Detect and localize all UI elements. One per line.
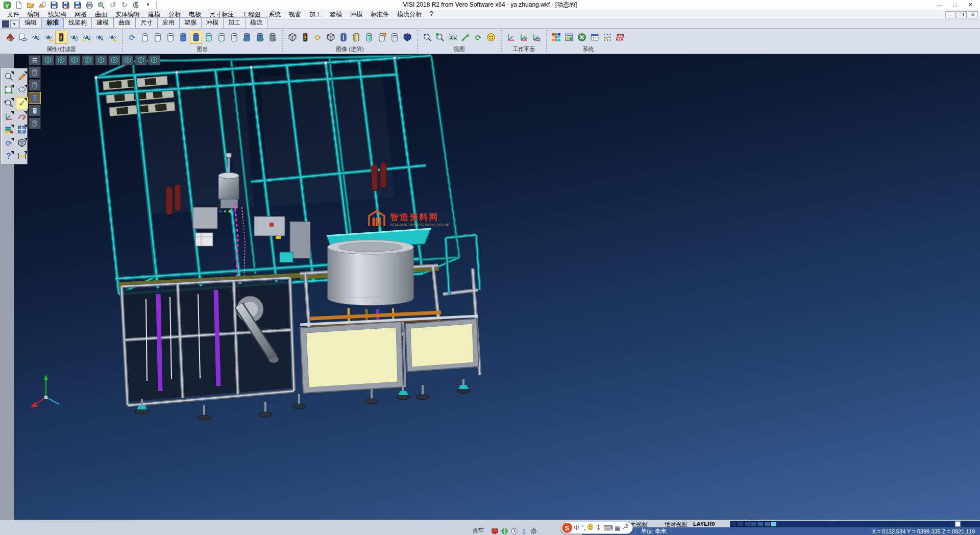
cylinder-wire-icon[interactable] [139,31,151,44]
selection-frame-icon[interactable] [3,84,15,96]
cubes-traffic-icon[interactable] [299,31,311,44]
cylinder-hatch-icon[interactable] [228,31,240,44]
more-dropdown-icon[interactable]: ▼ [143,1,153,10]
confirm-check-icon[interactable]: ✓ [16,97,28,109]
layer-swatch[interactable] [738,521,744,527]
screen-tray-icon[interactable] [491,528,499,534]
window-colors-icon[interactable] [563,31,575,44]
cube-shaded-icon[interactable] [401,31,413,44]
new-doc-icon[interactable] [14,1,24,10]
ime-keyboard-icon[interactable]: ⌨ [603,524,613,532]
print-icon[interactable] [84,1,94,10]
view-cube-top-button[interactable] [55,55,67,65]
lock-label[interactable]: 拴牢 [473,527,484,534]
grid-settings-icon[interactable] [614,31,626,44]
cylinder-solid-dark-icon[interactable] [190,31,202,44]
cylinder-wire2-icon[interactable] [152,31,164,44]
layer-swatch[interactable] [744,521,750,527]
move-axes-icon[interactable] [3,110,15,123]
ime-logo[interactable]: S [562,523,572,533]
eye-plus-icon[interactable]: + [93,31,106,44]
shade-ghost-button[interactable] [29,105,41,116]
input-2-tray-icon[interactable]: 2 [520,528,528,534]
view-cube-left-button[interactable] [95,55,107,65]
shade-hidden-button[interactable] [29,79,41,91]
zoom-arrow-icon[interactable] [459,31,472,44]
search-entity-icon[interactable] [3,70,15,83]
workplane-axes-icon[interactable] [505,31,517,44]
view-cube-front-button[interactable] [68,55,81,65]
cubes-plusminus-icon[interactable] [325,31,337,44]
cylinder-striped-icon[interactable] [350,31,362,44]
minimize-button[interactable]: — [932,1,947,10]
clock-tray-icon[interactable] [510,528,518,534]
tab-标准[interactable]: 标准 [41,17,64,28]
layer-swatch[interactable] [771,521,777,527]
tab-dropdown-button[interactable]: ▼ [10,20,18,28]
import-doc-icon[interactable] [37,1,47,10]
selection-lasso-icon[interactable] [16,84,28,96]
menu-冲模[interactable]: 冲模 [346,10,366,19]
minimize-button[interactable]: — [945,11,955,18]
shade-wire-button[interactable] [29,66,41,78]
menu-塑模[interactable]: 塑模 [326,10,346,19]
regen-refresh-icon[interactable]: ⟳ [3,137,15,149]
close-button[interactable]: ✕ [963,1,978,10]
tab-应用[interactable]: 应用 [157,17,180,28]
system-tools-icon[interactable] [576,31,588,44]
ime-lang-toggle[interactable]: 中 [574,524,580,532]
active-layer-label[interactable]: LAYER0 [693,521,715,527]
snap-settings-icon[interactable] [601,31,614,44]
color-palette-icon[interactable] [550,31,562,44]
view-cube-bottom-button[interactable] [121,55,134,65]
tab-曲面[interactable]: 曲面 [113,17,136,28]
cylinder-check-icon[interactable]: ✓ [363,31,375,44]
eye-minus-icon[interactable] [106,31,118,44]
network-tray-icon[interactable] [501,528,508,534]
eye-add-icon[interactable]: + [30,31,42,44]
view-cube-iso-3-button[interactable] [148,55,160,65]
save-export-icon[interactable]: ➜ [72,1,83,10]
table-settings-icon[interactable] [589,31,601,44]
cubes-add-icon[interactable] [286,31,299,44]
save-icon[interactable] [49,1,59,10]
cylinder-wire3-icon[interactable] [164,31,177,44]
zoom-extents-icon[interactable] [434,31,446,44]
gear-tray-icon[interactable] [530,528,537,534]
menu-?[interactable]: ? [426,10,437,19]
save-as-icon[interactable] [61,1,71,10]
cylinder-swap-icon[interactable]: ↻ [241,31,253,44]
cylinder-blue-icon[interactable] [337,31,350,44]
view-menu-button[interactable] [29,55,41,65]
tab-尺寸[interactable]: 尺寸 [135,17,158,28]
ime-board-icon[interactable]: ▦ [615,524,620,531]
tab-编辑[interactable]: 编辑 [19,17,42,28]
cylinder-ghost-icon[interactable] [215,31,228,44]
view-rotate-icon[interactable]: ⟳ [472,31,484,44]
layer-swatch[interactable] [764,521,770,527]
3d-viewport[interactable]: 智造资料网 INTELLIGENT MANUFACTURING DATA NET [14,54,980,520]
traffic-filter-icon[interactable] [55,31,67,44]
print-preview-icon[interactable] [96,1,106,10]
shade-solid-button[interactable] [29,92,41,104]
layer-swatch[interactable] [757,521,764,527]
menu-标准件[interactable]: 标准件 [366,10,393,19]
tab-塑膜[interactable]: 塑膜 [179,17,202,28]
layer-paint-icon[interactable] [3,124,15,136]
view-cube-iso-2-button[interactable] [135,55,147,65]
solid-cube-icon[interactable] [16,137,28,149]
edit-delete-icon[interactable]: ✕ [16,70,28,83]
ime-wrench-icon[interactable] [622,524,628,532]
cylinder-settings-icon[interactable]: ✕ [266,31,279,44]
cylinder-solid-icon[interactable] [177,31,189,44]
maximize-button[interactable]: □ [947,1,963,10]
workplane-edit-icon[interactable] [518,31,530,44]
close-button[interactable]: ✕ [968,11,978,18]
ime-toolbar[interactable]: S中°,⌨▦ [560,522,633,534]
redo-icon[interactable]: ↻ [119,1,130,10]
window-views-icon[interactable] [16,124,28,136]
paint-visibility-icon[interactable] [4,31,16,44]
visi-logo-icon[interactable]: V [2,1,12,10]
zoom-solid-icon[interactable]: ± [3,97,15,109]
refresh-graphics-icon[interactable]: ⟳ [126,31,138,44]
